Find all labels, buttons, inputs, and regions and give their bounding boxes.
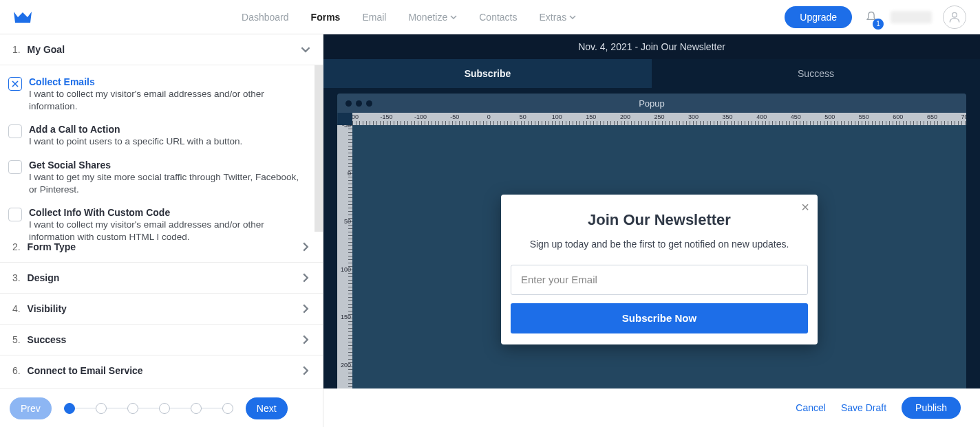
ruler-label: 350 — [723, 113, 733, 120]
publish-button[interactable]: Publish — [902, 397, 961, 419]
nav-links: Dashboard Forms Email Monetize Contacts … — [33, 12, 785, 23]
design-canvas[interactable]: × Join Our Newsletter Sign up today and … — [352, 125, 966, 413]
goal-radio[interactable] — [8, 124, 22, 138]
section-success[interactable]: 5. Success — [0, 325, 323, 355]
popup-preview[interactable]: × Join Our Newsletter Sign up today and … — [501, 195, 818, 344]
ruler-label: 550 — [859, 113, 869, 120]
tab-subscribe[interactable]: Subscribe — [323, 59, 652, 88]
ruler-label: -150 — [381, 113, 393, 120]
goal-radio[interactable] — [8, 160, 22, 174]
section-number: 6. — [12, 365, 21, 376]
popup-title[interactable]: Join Our Newsletter — [511, 211, 808, 229]
goal-radio[interactable] — [8, 77, 22, 91]
nav-email[interactable]: Email — [362, 12, 386, 23]
section-my-goal[interactable]: 1. My Goal — [0, 34, 323, 65]
step-dot-2[interactable] — [96, 403, 107, 414]
section-number: 3. — [12, 272, 21, 283]
top-nav: Dashboard Forms Email Monetize Contacts … — [0, 0, 980, 34]
ruler-label: 150 — [341, 314, 351, 320]
close-icon[interactable]: × — [801, 200, 809, 214]
step-dot-3[interactable] — [127, 403, 138, 414]
ruler-label: 100 — [341, 266, 351, 273]
nav-contacts[interactable]: Contacts — [479, 12, 517, 23]
user-name-placeholder — [891, 11, 932, 23]
preview-stage-wrap: Popup -200-150-100-500501001502002503003… — [323, 88, 980, 427]
step-dot-6[interactable] — [222, 403, 233, 414]
goal-title: Add a Call to Action — [29, 124, 242, 135]
ruler-label: 100 — [552, 113, 562, 120]
cancel-link[interactable]: Cancel — [796, 402, 826, 413]
tab-success[interactable]: Success — [652, 59, 980, 88]
ruler-label: 50 — [520, 113, 526, 120]
ruler-label: 200 — [341, 362, 351, 369]
subscribe-button[interactable]: Subscribe Now — [511, 303, 808, 333]
popup-subtitle[interactable]: Sign up today and be the first to get no… — [511, 239, 808, 250]
ruler-label: -50 — [450, 113, 459, 120]
step-line — [75, 408, 96, 409]
goal-social-shares[interactable]: Get Social Shares I want to get my site … — [8, 160, 308, 196]
section-connect-email[interactable]: 6. Connect to Email Service — [0, 355, 323, 386]
section-number: 1. — [12, 44, 21, 55]
section-title: My Goal — [28, 44, 65, 55]
chevron-right-icon — [301, 304, 310, 314]
goal-collect-emails[interactable]: Collect Emails I want to collect my visi… — [8, 76, 308, 113]
ruler-label: 150 — [586, 113, 596, 120]
step-line — [170, 408, 191, 409]
nav-monetize[interactable]: Monetize — [408, 12, 457, 23]
section-my-goal-content: Collect Emails I want to collect my visi… — [0, 65, 323, 232]
upgrade-button[interactable]: Upgrade — [785, 6, 852, 28]
step-dot-4[interactable] — [159, 403, 170, 414]
goal-list: Collect Emails I want to collect my visi… — [0, 65, 323, 232]
ruler-label: -100 — [414, 113, 427, 120]
save-draft-link[interactable]: Save Draft — [841, 402, 886, 413]
preview-panel: Nov. 4, 2021 - Join Our Newsletter Subsc… — [323, 34, 980, 427]
nav-monetize-label: Monetize — [408, 12, 447, 23]
email-input[interactable] — [511, 265, 808, 295]
notifications-button[interactable]: 1 — [863, 9, 880, 25]
section-title: Connect to Email Service — [28, 365, 143, 376]
goal-desc: I want to collect my visitor's email add… — [29, 219, 308, 243]
ruler-label: 250 — [654, 113, 664, 120]
step-line — [202, 408, 222, 409]
nav-forms[interactable]: Forms — [311, 12, 341, 23]
ruler-label: 600 — [893, 113, 903, 120]
goal-title: Collect Info With Custom Code — [29, 207, 308, 218]
section-visibility[interactable]: 4. Visibility — [0, 294, 323, 325]
ruler-horizontal: -200-150-100-500501001502002503003504004… — [352, 113, 966, 125]
ruler-label: 700 — [961, 113, 966, 120]
step-line — [138, 408, 159, 409]
brand-logo-icon[interactable] — [12, 10, 33, 25]
prev-button[interactable]: Prev — [10, 397, 52, 419]
nav-extras[interactable]: Extras — [539, 12, 576, 23]
nav-dashboard[interactable]: Dashboard — [242, 12, 289, 23]
avatar-button[interactable] — [943, 6, 966, 29]
section-number: 5. — [12, 334, 21, 345]
goal-custom-code[interactable]: Collect Info With Custom Code I want to … — [8, 207, 308, 243]
scrollbar[interactable] — [315, 65, 323, 232]
step-dot-5[interactable] — [191, 403, 202, 414]
goal-desc: I want to point users to a specific URL … — [29, 135, 242, 148]
chevron-down-icon — [569, 14, 576, 21]
ruler-label: 50 — [344, 218, 351, 225]
chevron-down-icon — [301, 45, 310, 54]
ruler-label: -200 — [352, 113, 359, 120]
goal-radio[interactable] — [8, 208, 22, 221]
wizard-sidebar: 1. My Goal Collect Emails — [0, 34, 323, 427]
ruler-label: 300 — [688, 113, 699, 120]
ruler-label: 450 — [791, 113, 801, 120]
user-icon — [948, 10, 961, 24]
page-actions: Cancel Save Draft Publish — [323, 388, 980, 427]
ruler-label: 0 — [348, 170, 351, 177]
ruler-label: 200 — [620, 113, 630, 120]
step-line — [107, 408, 127, 409]
section-design[interactable]: 3. Design — [0, 263, 323, 294]
next-button[interactable]: Next — [246, 397, 288, 419]
goal-call-to-action[interactable]: Add a Call to Action I want to point use… — [8, 124, 308, 148]
ruler-label: 0 — [487, 113, 491, 120]
step-dot-1[interactable] — [64, 403, 75, 414]
svg-point-0 — [952, 12, 957, 17]
main-split: 1. My Goal Collect Emails — [0, 34, 980, 427]
window-titlebar: Popup — [337, 94, 966, 113]
preview-breadcrumb: Nov. 4, 2021 - Join Our Newsletter — [323, 34, 980, 59]
goal-desc: I want to collect my visitor's email add… — [29, 88, 308, 113]
